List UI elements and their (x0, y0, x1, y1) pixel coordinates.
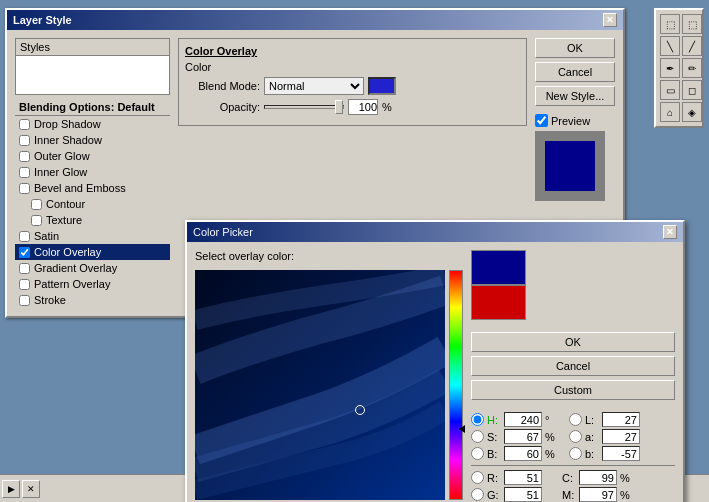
opacity-slider[interactable] (264, 105, 344, 109)
tool-btn-5[interactable]: ✒ (660, 58, 680, 78)
tool-btn-2[interactable]: ⬚ (682, 14, 702, 34)
tool-btn-8[interactable]: ◻ (682, 80, 702, 100)
g-row: G: M: % (471, 487, 675, 502)
b2-input[interactable] (602, 446, 640, 461)
tool-btn-1[interactable]: ⬚ (660, 14, 680, 34)
s-row: S: % a: (471, 429, 675, 444)
opacity-input[interactable] (348, 99, 378, 115)
s-input[interactable] (504, 429, 542, 444)
stroke-label: Stroke (34, 294, 66, 306)
color-overlay-section-title: Color Overlay (185, 45, 520, 57)
g-radio[interactable] (471, 488, 484, 501)
color-overlay-section: Color Overlay Color Blend Mode: Normal O… (178, 38, 527, 126)
taskbar-start-button[interactable]: ▶ (2, 480, 20, 498)
sidebar-item-outer-glow[interactable]: Outer Glow (15, 148, 170, 164)
b-input[interactable] (504, 446, 542, 461)
a-input[interactable] (602, 429, 640, 444)
c-label: C: (562, 472, 576, 484)
h-row: H: ° L: (471, 412, 675, 427)
pattern-overlay-checkbox[interactable] (19, 279, 30, 290)
drop-shadow-checkbox[interactable] (19, 119, 30, 130)
sidebar-item-inner-glow[interactable]: Inner Glow (15, 164, 170, 180)
r-label: R: (487, 472, 501, 484)
m-input[interactable] (579, 487, 617, 502)
color-picker-cancel-button[interactable]: Cancel (471, 356, 675, 376)
h-radio[interactable] (471, 413, 484, 426)
swatch-new[interactable] (471, 250, 526, 285)
color-picker-title-bar: Color Picker ✕ (187, 222, 683, 242)
tool-btn-10[interactable]: ◈ (682, 102, 702, 122)
a-radio[interactable] (569, 430, 582, 443)
new-style-button[interactable]: New Style... (535, 86, 615, 106)
h-input[interactable] (504, 412, 542, 427)
styles-header: Styles (15, 38, 170, 55)
color-values: H: ° L: S: % a: (471, 412, 675, 502)
blend-options-label[interactable]: Blending Options: Default (15, 99, 170, 116)
sidebar-item-stroke[interactable]: Stroke (15, 292, 170, 308)
b-radio[interactable] (471, 447, 484, 460)
sidebar-item-drop-shadow[interactable]: Drop Shadow (15, 116, 170, 132)
l-input[interactable] (602, 412, 640, 427)
h-label: H: (487, 414, 501, 426)
custom-button[interactable]: Custom (471, 380, 675, 400)
sidebar-item-gradient-overlay[interactable]: Gradient Overlay (15, 260, 170, 276)
color-overlay-checkbox[interactable] (19, 247, 30, 258)
color-overlay-label: Color Overlay (34, 246, 101, 258)
satin-checkbox[interactable] (19, 231, 30, 242)
layer-style-close-button[interactable]: ✕ (603, 13, 617, 27)
b2-radio[interactable] (569, 447, 582, 460)
sidebar-item-satin[interactable]: Satin (15, 228, 170, 244)
color-picker-close-button[interactable]: ✕ (663, 225, 677, 239)
sidebar-item-bevel-emboss[interactable]: Bevel and Emboss (15, 180, 170, 196)
color-picker-ok-button[interactable]: OK (471, 332, 675, 352)
color-gradient-area[interactable] (195, 270, 445, 500)
gradient-overlay-checkbox[interactable] (19, 263, 30, 274)
gradient-cursor (355, 405, 365, 415)
swatch-old[interactable] (471, 285, 526, 320)
tool-btn-9[interactable]: ⌂ (660, 102, 680, 122)
bevel-emboss-checkbox[interactable] (19, 183, 30, 194)
stroke-checkbox[interactable] (19, 295, 30, 306)
texture-checkbox[interactable] (31, 215, 42, 226)
l-radio[interactable] (569, 413, 582, 426)
tool-btn-6[interactable]: ✏ (682, 58, 702, 78)
inner-shadow-checkbox[interactable] (19, 135, 30, 146)
sidebar-item-pattern-overlay[interactable]: Pattern Overlay (15, 276, 170, 292)
s-unit: % (545, 431, 557, 443)
tool-btn-7[interactable]: ▭ (660, 80, 680, 100)
b-unit: % (545, 448, 557, 460)
outer-glow-checkbox[interactable] (19, 151, 30, 162)
preview-checkbox[interactable] (535, 114, 548, 127)
c-input[interactable] (579, 470, 617, 485)
tool-btn-4[interactable]: ╱ (682, 36, 702, 56)
blend-mode-select[interactable]: Normal (264, 77, 364, 95)
ok-button[interactable]: OK (535, 38, 615, 58)
inner-glow-checkbox[interactable] (19, 167, 30, 178)
sidebar-item-texture[interactable]: Texture (15, 212, 170, 228)
m-unit: % (620, 489, 632, 501)
sidebar-item-color-overlay[interactable]: Color Overlay (15, 244, 170, 260)
b-label: B: (487, 448, 501, 460)
inner-shadow-label: Inner Shadow (34, 134, 102, 146)
sidebar-item-inner-shadow[interactable]: Inner Shadow (15, 132, 170, 148)
s-radio[interactable] (471, 430, 484, 443)
r-input[interactable] (504, 470, 542, 485)
color-swatch[interactable] (368, 77, 396, 95)
r-radio[interactable] (471, 471, 484, 484)
color-picker-right: OK Cancel Custom H: ° L: S: (471, 250, 675, 502)
satin-label: Satin (34, 230, 59, 242)
taskbar-close-button[interactable]: ✕ (22, 480, 40, 498)
sidebar-item-contour[interactable]: Contour (15, 196, 170, 212)
g-input[interactable] (504, 487, 542, 502)
styles-list (15, 55, 170, 95)
g-label: G: (487, 489, 501, 501)
cancel-button[interactable]: Cancel (535, 62, 615, 82)
tool-btn-3[interactable]: ╲ (660, 36, 680, 56)
m-label: M: (562, 489, 576, 501)
blend-mode-row: Blend Mode: Normal (185, 77, 520, 95)
contour-label: Contour (46, 198, 85, 210)
hue-bar[interactable] (449, 270, 463, 500)
contour-checkbox[interactable] (31, 199, 42, 210)
color-picker-dialog: Color Picker ✕ Select overlay color: (185, 220, 685, 502)
color-picker-content: Select overlay color: (187, 242, 683, 502)
